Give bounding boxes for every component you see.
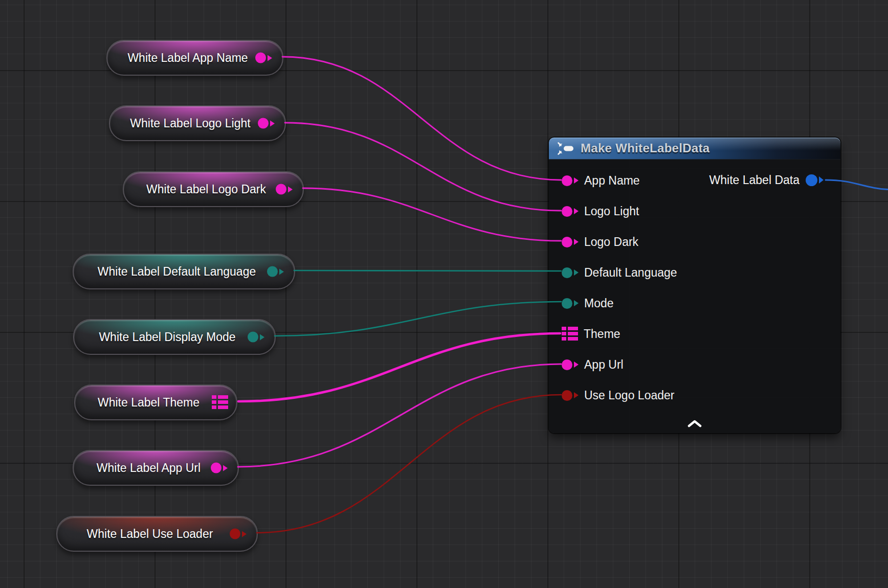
string-input-pin[interactable] [562,359,579,370]
enum-output-pin[interactable] [267,266,284,277]
bool-output-pin[interactable] [230,529,247,539]
node-title: Make WhiteLabelData [581,141,709,155]
pin-label: Logo Dark [584,235,638,249]
chevron-up-icon [687,420,702,427]
struct-pin-icon[interactable] [562,326,578,342]
pin-label: Default Language [584,266,677,280]
wire-logo-dark[interactable] [303,188,561,241]
enum-input-pin[interactable] [562,298,579,309]
pin-row-theme[interactable]: Theme [549,319,840,349]
getter-node-app-url[interactable]: White Label App Url [73,450,239,486]
string-output-pin[interactable] [258,118,275,129]
pin-row-app-url[interactable]: App Url [549,349,840,380]
struct-pin-icon[interactable] [212,395,228,410]
enum-output-pin[interactable] [248,332,264,343]
string-input-pin[interactable] [562,237,579,247]
pin-label: App Name [584,174,640,188]
getter-node-display-mode[interactable]: White Label Display Mode [73,319,276,355]
pin-label: Mode [584,297,614,310]
wire-logo-light[interactable] [285,123,561,211]
getter-node-theme[interactable]: White Label Theme [74,385,237,420]
wire-default-language[interactable] [294,270,561,271]
getter-node-use-loader[interactable]: White Label Use Loader [56,516,258,552]
getter-label: White Label Display Mode [74,330,275,344]
getter-node-default-language[interactable]: White Label Default Language [73,254,295,289]
struct-output-pin[interactable] [806,174,824,186]
collapse-node-button[interactable] [687,420,702,429]
node-input-pins: App Name Logo Light Logo Dark Default La… [549,165,840,411]
string-input-pin[interactable] [562,206,579,217]
getter-label: White Label Use Loader [57,527,257,541]
wire-app-url[interactable] [238,364,561,467]
pin-row-white-label-data[interactable]: White Label Data [709,165,840,195]
make-struct-icon [557,142,574,155]
pin-row-logo-light[interactable]: Logo Light [549,196,840,227]
enum-input-pin[interactable] [562,267,579,278]
pin-label: App Url [584,358,624,372]
pin-label: Use Logo Loader [584,389,674,402]
node-header[interactable]: Make WhiteLabelData [549,138,840,160]
string-output-pin[interactable] [255,53,272,63]
wire-theme[interactable] [238,333,560,401]
wire-use-logo-loader[interactable] [257,395,561,533]
blueprint-graph-canvas[interactable]: White Label App Name White Label Logo Li… [0,0,888,588]
wire-app-name[interactable] [282,57,561,180]
getter-node-logo-dark[interactable]: White Label Logo Dark [123,171,304,207]
wire-mode[interactable] [275,302,561,336]
string-input-pin[interactable] [562,175,579,186]
pin-row-default-language[interactable]: Default Language [549,257,840,288]
pin-row-logo-dark[interactable]: Logo Dark [549,227,840,257]
getter-node-logo-light[interactable]: White Label Logo Light [109,105,286,141]
string-output-pin[interactable] [211,463,228,473]
bool-input-pin[interactable] [562,390,579,401]
make-whitelabeldata-node[interactable]: Make WhiteLabelData App Name Logo Light … [549,138,840,433]
string-output-pin[interactable] [276,184,293,195]
pin-row-mode[interactable]: Mode [549,288,840,319]
getter-label: White Label Default Language [74,265,294,279]
pin-label: Theme [584,327,620,341]
pin-row-use-logo-loader[interactable]: Use Logo Loader [549,380,840,411]
pin-label: White Label Data [709,173,800,187]
pin-label: Logo Light [584,205,639,218]
getter-node-app-name[interactable]: White Label App Name [106,40,283,76]
